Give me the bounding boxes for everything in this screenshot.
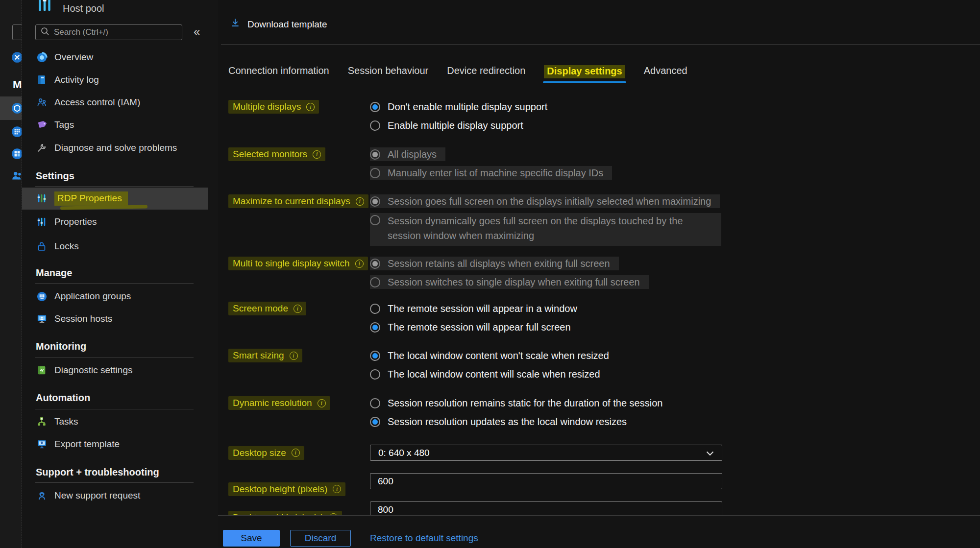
radio-label: The remote session will appear in a wind… [388,303,577,314]
sidebar-item-label: Export template [54,439,120,450]
sidebar-item-label: Tasks [54,416,78,427]
radio-unselected [370,277,380,287]
radio-selected[interactable] [370,322,380,333]
desktop-height-input[interactable] [370,473,722,489]
wrench-icon [36,142,48,154]
radio-label: Enable multiple display support [388,120,523,131]
radio-option[interactable]: Enable multiple display support [370,119,523,132]
radio-label: Manually enter list of machine specific … [388,167,603,179]
underlying-search-fragment [12,24,22,40]
radio-option[interactable]: The remote session will appear in a wind… [370,302,577,315]
section-header-support: Support + troubleshooting [36,467,159,478]
radio-unselected[interactable] [370,304,380,314]
desktop-size-dropdown[interactable]: 0: 640 x 480 [370,445,722,461]
download-template-button[interactable]: Download template [230,18,327,31]
sidebar-item-activity-log[interactable]: Activity log [22,71,218,89]
troubleshoot-circle-icon[interactable] [11,51,22,64]
tab-device-redirection[interactable]: Device redirection [447,65,525,78]
tab-display-settings[interactable]: Display settings [544,65,625,78]
chevron-down-icon [706,448,714,458]
section-header-monitoring: Monitoring [36,341,86,352]
sidebar-item-label: Overview [54,52,93,63]
save-button[interactable]: Save [223,530,280,547]
radio-selected [370,149,380,160]
info-icon[interactable]: i [356,197,364,206]
diagnostic-settings-icon [36,364,48,376]
tab-advanced[interactable]: Advanced [644,65,687,78]
sidebar-item-tags[interactable]: Tags [22,116,218,134]
field-label: Multiple displaysi [228,100,319,114]
sidebar-item-access-control[interactable]: Access control (IAM) [22,93,218,112]
tab-connection-information[interactable]: Connection information [228,65,329,78]
info-icon[interactable]: i [294,305,302,313]
session-hosts-icon [36,313,48,325]
field-label: Dynamic resolutioni [228,396,330,410]
sidebar-item-label: Properties [54,216,97,227]
radio-selected[interactable] [370,417,380,427]
radio-option-disabled: Session switches to single display when … [370,275,649,289]
sidebar-item-properties[interactable]: Properties [22,213,218,231]
sidebar-item-diagnostic-settings[interactable]: Diagnostic settings [22,361,218,380]
sidebar-item-label: RDP Properties [54,191,128,206]
discard-button[interactable]: Discard [290,530,351,547]
tab-session-behaviour[interactable]: Session behaviour [348,65,429,78]
radio-option[interactable]: Session resolution remains static for th… [370,396,662,410]
sidebar-item-overview[interactable]: Overview [22,48,218,67]
sidebar-searchbox[interactable] [35,24,182,40]
tags-icon [36,119,48,131]
hexagon-resource-icon[interactable] [11,102,22,115]
sidebar-item-diagnose[interactable]: Diagnose and solve problems [22,139,218,157]
restore-defaults-link[interactable]: Restore to default settings [370,530,478,547]
sidebar-item-label: Tags [54,119,74,130]
modules-circle-icon[interactable] [11,147,22,160]
info-icon[interactable]: i [355,260,364,268]
sidebar-item-application-groups[interactable]: Application groups [22,287,218,306]
collapse-sidebar-chevron[interactable]: « [194,25,200,39]
radio-option[interactable]: The remote session will appear full scre… [370,320,571,334]
field-label: Smart sizingi [228,349,302,362]
divider [35,409,194,409]
page-title: Host pool [63,3,104,14]
field-label: Selected monitorsi [228,147,325,161]
host-pool-icon [37,0,52,14]
sidebar-item-export-template[interactable]: Export template [22,435,218,453]
sidebar-item-locks[interactable]: Locks [22,237,218,256]
properties-icon [36,216,48,228]
sidebar-item-new-support-request[interactable]: New support request [22,486,218,505]
search-input[interactable] [54,27,177,37]
info-icon[interactable]: i [333,485,341,493]
resource-menu-sidebar: Host pool « Overview Activity log Acc [22,0,218,548]
info-icon[interactable]: i [313,150,321,159]
sidebar-item-tasks[interactable]: Tasks [22,412,218,431]
info-icon[interactable]: i [306,103,315,111]
grid-circle-icon[interactable] [11,125,22,138]
radio-label: Session retains all displays when exitin… [388,258,610,269]
radio-unselected[interactable] [370,120,380,131]
sidebar-item-session-hosts[interactable]: Session hosts [22,310,218,328]
radio-label: Session resolution updates as the local … [388,416,627,428]
sidebar-item-label: Locks [54,241,79,252]
radio-selected[interactable] [370,102,380,112]
radio-option[interactable]: The local window content won't scale whe… [370,349,609,362]
sidebar-item-rdp-properties[interactable]: RDP Properties [22,189,218,208]
info-icon[interactable]: i [290,352,298,360]
info-icon[interactable]: i [292,449,300,457]
tasks-icon [36,416,48,428]
radio-option[interactable]: Don't enable multiple display support [370,100,547,114]
radio-selected [370,196,380,207]
download-template-label: Download template [247,19,327,30]
radio-option-disabled: All displays [370,147,445,161]
radio-label: Don't enable multiple display support [388,101,547,113]
divider [35,357,194,358]
radio-selected[interactable] [370,351,380,361]
field-label: Desktop sizei [228,445,304,461]
radio-option[interactable]: The local window content will scale when… [370,367,600,381]
radio-unselected [370,168,380,178]
info-icon[interactable]: i [318,399,326,407]
radio-label: The remote session will appear full scre… [388,322,571,333]
radio-unselected[interactable] [370,398,380,408]
radio-unselected[interactable] [370,369,380,380]
people-icon[interactable] [11,169,22,182]
radio-option[interactable]: Session resolution updates as the local … [370,415,627,429]
field-label: Maximize to current displaysi [228,194,368,208]
